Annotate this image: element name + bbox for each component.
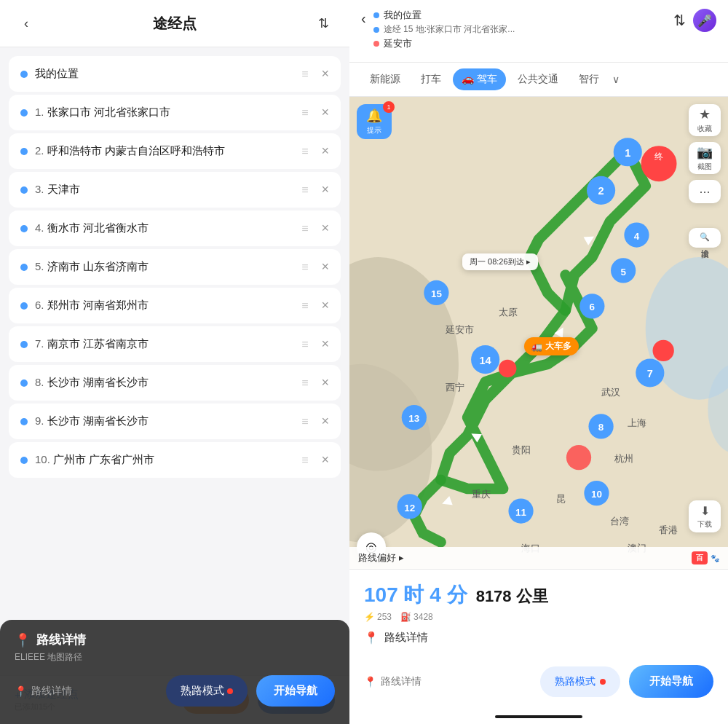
waypoint-9[interactable]: 9. 长沙市 湖南省长沙市 ≡ × [9,404,341,439]
drag-handle[interactable]: ≡ [301,299,308,312]
voice-button[interactable]: 🎤 [693,9,716,32]
map-area[interactable]: ▶ ▶ ▶ ▶ 1 2 终 4 5 6 7 [349,97,728,569]
waypoint-label: 1. 张家口市 河北省张家口市 [35,106,294,119]
tab-transit[interactable]: 公共交通 [509,68,567,90]
remove-button[interactable]: × [321,259,329,275]
search-icon: 🔍 [700,232,710,242]
remove-button[interactable]: × [321,414,329,429]
route-stats: 107 时 4 分 8178 公里 [364,581,713,609]
destination-text: 延安市 [384,37,412,50]
waypoint-my-location[interactable]: 我的位置 ≡ × [9,56,341,92]
waypoint-6[interactable]: 6. 郑州市 河南省郑州市 ≡ × [9,288,341,323]
dachekduo-badge[interactable]: 🚛 大车多 [524,337,579,355]
drag-handle[interactable]: ≡ [301,184,308,197]
route-detail-overlay: 📍 路线详情 ELIEEE 地图路径 📍 路线详情 熟路模式 开始导航 [0,620,349,724]
tab-smart-walk[interactable]: 智行 [570,68,608,90]
svg-text:台湾: 台湾 [610,516,629,527]
right-panel: ‹ 我的位置 途经 15 地:张家口市 河北省张家... 延安市 ⇅ [349,0,728,724]
drag-handle[interactable]: ≡ [301,106,308,119]
svg-point-39 [499,360,516,377]
svg-point-23 [652,340,673,361]
route-detail-link[interactable]: 📍 路线详情 [364,675,531,688]
fuel-fee: ⛽ 3428 [400,612,433,622]
truck-icon: 🚛 [531,342,542,352]
remove-button[interactable]: × [321,337,329,352]
map-right-controls: ★ 收藏 📷 截图 ··· [689,104,721,203]
right-header: ‹ 我的位置 途经 15 地:张家口市 河北省张家... 延安市 ⇅ [349,0,728,63]
right-back-button[interactable]: ‹ [361,10,366,27]
more-button[interactable]: ··· [689,180,721,203]
familiar-mode-button-right[interactable]: 熟路模式 [540,666,620,697]
waypoint-dot [20,148,28,155]
tab-drive[interactable]: 🚗 驾车 [453,68,506,90]
route-detail-section: 📍 路线详情 [364,631,713,645]
location-icon2: 📍 [364,676,376,688]
route-via-line: 途经 15 地:张家口市 河北省张家... [373,23,666,36]
screenshot-button[interactable]: 📷 截图 [689,142,721,174]
drag-handle[interactable]: ≡ [301,338,308,351]
waypoint-7[interactable]: 7. 南京市 江苏省南京市 ≡ × [9,326,341,362]
baidu-icon: 百 [692,551,708,564]
waypoint-8[interactable]: 8. 长沙市 湖南省长沙市 ≡ × [9,365,341,401]
drag-handle[interactable]: ≡ [301,377,308,390]
waypoint-1[interactable]: 1. 张家口市 河北省张家口市 ≡ × [9,95,341,130]
waypoint-dot [20,71,28,78]
download-button[interactable]: ⬇ 下载 [689,500,721,532]
toll-icon: ⚡ [364,612,375,622]
svg-text:8: 8 [598,422,604,433]
drag-handle[interactable]: ≡ [301,68,308,81]
waypoint-5[interactable]: 5. 济南市 山东省济南市 ≡ × [9,249,341,285]
svg-text:6: 6 [590,302,595,312]
remove-button[interactable]: × [321,105,329,120]
waypoint-dot [20,186,28,194]
start-navigation-button-right[interactable]: 开始导航 [629,665,713,698]
tab-new-energy[interactable]: 新能源 [361,68,409,90]
tab-more[interactable]: ∨ [612,74,620,85]
svg-text:香港: 香港 [659,524,678,535]
tab-taxi[interactable]: 打车 [412,68,450,90]
remove-button[interactable]: × [321,182,329,197]
drag-handle[interactable]: ≡ [301,454,308,467]
search-nearby-button[interactable]: 🔍 沿途搜 [689,228,721,248]
drag-handle[interactable]: ≡ [301,145,308,158]
remove-button[interactable]: × [321,298,329,313]
drag-handle[interactable]: ≡ [301,222,308,235]
waypoint-10[interactable]: 10. 广州市 广东省广州市 ≡ × [9,442,341,478]
waypoints-list: 我的位置 ≡ × 1. 张家口市 河北省张家口市 ≡ × 2. 呼和浩特市 内蒙… [0,47,349,675]
svg-text:15: 15 [431,288,442,299]
svg-text:终: 终 [654,152,663,162]
svg-text:13: 13 [408,413,419,424]
waypoint-2[interactable]: 2. 呼和浩特市 内蒙古自治区呼和浩特市 ≡ × [9,133,341,169]
drag-handle[interactable]: ≡ [301,261,308,274]
route-detail-link[interactable]: 📍 路线详情 [15,685,157,698]
waypoint-3[interactable]: 3. 天津市 ≡ × [9,172,341,208]
waypoint-4[interactable]: 4. 衡水市 河北省衡水市 ≡ × [9,210,341,246]
microphone-icon: 🎤 [697,14,712,28]
notification-button[interactable]: 1 🔔 提示 [357,104,392,139]
remove-button[interactable]: × [321,452,329,468]
remove-button[interactable]: × [321,143,329,159]
waypoint-label: 8. 长沙市 湖南省长沙市 [35,376,294,390]
svg-text:7: 7 [647,368,653,379]
waypoint-dot [20,418,28,425]
svg-text:1: 1 [625,147,630,159]
remove-button[interactable]: × [321,375,329,390]
via-dot [373,27,379,33]
start-navigation-button[interactable]: 开始导航 [256,675,335,707]
svg-text:10: 10 [591,489,602,500]
route-info-header: 我的位置 途经 15 地:张家口市 河北省张家... 延安市 [373,9,666,52]
familiar-mode-label: 熟路模式 [555,675,596,688]
familiar-dot-right [600,679,606,685]
route-sort-button[interactable]: ⇅ [673,12,686,29]
sort-button[interactable]: ⇅ [312,12,335,35]
remove-button[interactable]: × [321,221,329,236]
favorite-button[interactable]: ★ 收藏 [689,104,721,136]
remove-button[interactable]: × [321,66,329,82]
waypoint-label: 4. 衡水市 河北省衡水市 [35,221,294,235]
drag-handle[interactable]: ≡ [301,415,308,428]
back-button[interactable]: ‹ [15,12,38,35]
familiar-mode-button[interactable]: 熟路模式 [166,675,248,707]
route-fees: ⚡ 253 ⛽ 3428 [364,612,713,622]
waypoint-dot [20,457,28,464]
route-preference-button[interactable]: 路线偏好 ▸ [358,551,404,564]
